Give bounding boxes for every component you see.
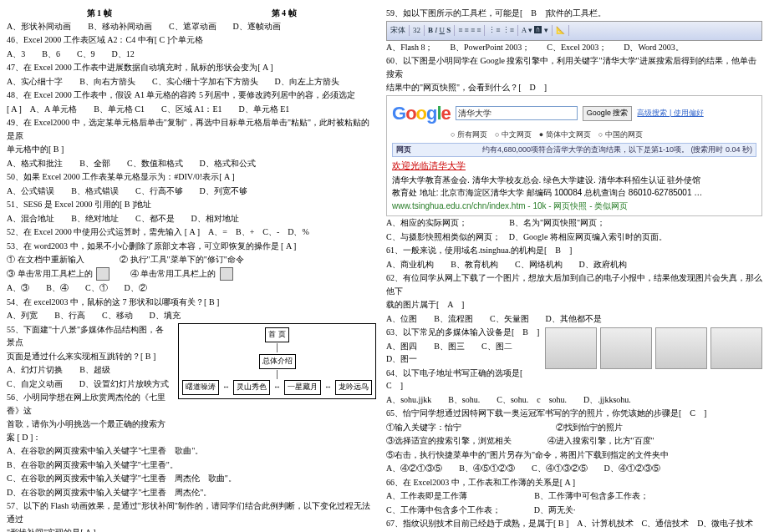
- q54-options: A、列宽 B、行高 C、移动 D、填充: [7, 309, 376, 322]
- q65-step4: ④进入搜索引擎，比方"百度": [547, 436, 654, 445]
- q60: 60、以下图是小明同学在 Google 搜索引擎中，利用关键字"清华大学"进展搜…: [386, 54, 762, 80]
- q59-options: A、Flash 8； B、PowerPoint 2003； C、Excel 20…: [386, 41, 762, 54]
- q53-options: A、③ B、④ C、① D、②: [7, 281, 376, 295]
- q56d: D、在谷歌的网页搜索中输入关键字"七里香 周杰伦"。: [7, 486, 376, 499]
- q53-step2: ② 执行"工具"菜单下的"修订"命令: [120, 255, 244, 264]
- q57: 57、以下的 Flash 动画效果，是通过"形状补间"制作的，请同学们结合此例判…: [7, 499, 376, 525]
- search-button[interactable]: Google 搜索: [583, 106, 633, 121]
- q56c: C、在谷歌的网页搜索中输入关键字"七里香 周杰伦 歌曲"。: [7, 472, 376, 485]
- result-desc1: 清华大学教育基金会. 清华大学校友总会. 绿色大学建设. 清华本科招生认证 驻外…: [392, 175, 700, 185]
- q55-line2: 页面是通过什么来实现相互跳转的？[ B ]: [7, 350, 171, 363]
- q50: 50、如果 Excel 2000 工作表某单元格显示为：#DIV/0!表示[ A…: [7, 170, 376, 184]
- q49-line2: 单元格中的[ B ]: [7, 143, 376, 156]
- advanced-link[interactable]: 高级搜索 | 使用偏好: [637, 108, 703, 119]
- q48: 48、在 Excel 2000 工作表中，假设 A1 单元格的容跨 5 列居中，…: [7, 89, 376, 102]
- q51: 51、SES6 是 Excel 2000 引用的[ B ]地址: [7, 198, 376, 211]
- results-tab: 网页: [396, 145, 411, 154]
- device-thumb-3: [655, 327, 707, 369]
- q60-line2: 结果中的"网页快照"，会看到什么？[ D ]: [386, 81, 762, 94]
- q59: 59、如以下图所示的工具栏，可能是[ B ]软件的工具栏。: [386, 7, 762, 20]
- structure-diagram: 首 页 │ 总体介绍 │ 曙道噪涛↔ 灵山秀色↔ 一星藏月↔ 龙吟远鸟: [178, 323, 376, 400]
- diagram-sub: 总体介绍: [259, 354, 296, 369]
- q62-line2: 载的图片属于[ A ]: [386, 298, 762, 312]
- q61: 61、一般来说，使用域名.tsinghua.的机构是[ B ]: [386, 244, 762, 257]
- q45-options: A、形状补间动画 B、移动补间动画 C、遮罩动画 D、逐帧动画: [7, 20, 376, 33]
- q53-step4: ④ 单击常用工具栏上的: [130, 269, 216, 278]
- q66: 66、在 Excel2003 中，工作表和工作薄的关系是[ A ]: [386, 476, 762, 489]
- frame-1-header: 第 1 帧: [87, 7, 112, 20]
- q65-step2: ②找到怡宁的照片: [556, 423, 623, 432]
- q46: 46、Excel 2000 工作表区域 A2：C4 中有[ C ]个单元格: [7, 33, 376, 47]
- diagram-node1: 曙道噪涛: [182, 380, 219, 395]
- q65-step3: ③选择适宜的搜索引擎，浏览相关: [386, 436, 512, 445]
- google-screenshot: Google 清华大学 Google 搜索 高级搜索 | 使用偏好 ○ 所有网页…: [386, 95, 762, 217]
- q52: 52、在 Excel 2000 中使用公式运算时，需先输入 [ A ] A、= …: [7, 225, 376, 239]
- q65-step5: ⑤右击，执行快捷菜单中的"图片另存为"命令，将图片下载到指定的文件夹中: [386, 448, 762, 462]
- q67: 67、指纹识别技术目前已经趋于成熟，是属于[ B ] A、计算机技术 C、通信技…: [386, 517, 762, 530]
- q65-options: A、④②①③⑤ B、④⑤①②③ C、④①③②⑤ D、④①②③⑤: [386, 462, 762, 475]
- diagram-node3: 一星藏月: [284, 380, 321, 395]
- q60b: C、与摄影快照相类似的网页； D、Google 将相应网页编入索引时的页面。: [386, 231, 762, 244]
- q49: 49、在 Excel2000 中，选定某单元格后单击"复制"，再选中目标单元格后…: [7, 116, 376, 142]
- diagram-root: 首 页: [265, 327, 288, 342]
- q66b: C、工作薄中包含多个工作表； D、两无关·: [386, 504, 762, 517]
- device-thumb-2: [600, 327, 652, 369]
- q65: 65、怡宁同学想通过因特网下载一奥运冠军书写的字的照片，你凭该她的步骤是[ C …: [386, 407, 762, 420]
- q56: 56、小明同学想在网上欣赏周杰伦的《七里香》这: [7, 391, 171, 417]
- q55: 55、下面建"十八景"多媒体作品结构图，各景点: [7, 323, 171, 349]
- q57-line2: "形状补间"实现的是[ A ]: [7, 526, 376, 532]
- q53: 53、在 word2003 中，如果不小心删除了原部文本容，可立即恢复的操作是 …: [7, 240, 376, 253]
- q55-options2: C、自定义动画 D、设置幻灯片放映方式: [7, 377, 171, 391]
- q60a: A、相应的实际网页； B、名为"网页快照"网页；: [386, 216, 762, 230]
- q53-step1: ① 在文档中重新输入: [7, 255, 84, 264]
- result-desc2: 教育处 地址: 北京市海淀区清华大学 邮编码 100084 总机查询台 8601…: [392, 188, 702, 197]
- q56a: A、在谷歌的网页搜索中输入关键字"七里香 歌曲"。: [7, 444, 376, 458]
- redo-icon: [220, 267, 233, 281]
- q50-options: A、公式错误 B、格式错误 C、行高不够 D、列宽不够: [7, 185, 376, 198]
- device-thumb-4: [710, 327, 762, 369]
- q51-options: A、混合地址 B、绝对地址 C、都不是 D、相对地址: [7, 212, 376, 225]
- q55-options: A、幻灯片切换 B、超级: [7, 363, 171, 377]
- q47: 47、在 Excel 2000 工作表中进展数据自动填充时，鼠标的形状会变为[ …: [7, 61, 376, 74]
- q56-line2: 首歌，请你为小明挑选一个最正确的搜索方案 [ D ]：: [7, 418, 171, 443]
- q63-options: A、图四 B、图三 C、图二 D、图一: [386, 340, 540, 366]
- google-logo: Google: [392, 99, 451, 128]
- toolbar-screenshot: 宋体32B I U S≡ ≡ ≡ ≡⋮≡ ⋮≡A ▾ 🅰 ▾📐: [386, 21, 762, 41]
- q64: 64、以下电子地址书写正确的选项是[ C ]: [386, 367, 540, 393]
- q46-options: A、3 B、6 C、9 D、12: [7, 48, 376, 61]
- q62: 62、有位同学从网上下载了一个图片，想放大后加到自己的电子小报中，结果他发现图片…: [386, 271, 762, 297]
- q61-options: A、商业机构 B、教育机构 C、网络机构 D、政府机构: [386, 258, 762, 271]
- q62-options: A、位图 B、流程图 C、矢量图 D、其他都不是: [386, 312, 762, 326]
- q66a: A、工作表即是工作薄 B、工作薄中可包含多工作表；: [386, 489, 762, 503]
- q54: 54、在 excel2003 中，鼠标的这 7 形状和以哪项有关？[ B ]: [7, 296, 376, 309]
- q63: 63、以下常见的多媒体输入设备是[ B ]: [386, 326, 540, 339]
- device-thumb-1: [545, 327, 597, 369]
- frame-4-header: 第 4 帧: [272, 7, 297, 20]
- search-input[interactable]: 清华大学: [456, 106, 578, 120]
- result-title[interactable]: 欢迎光临清华大学: [392, 160, 466, 170]
- result-url: www.tsinghua.edu.cn/chn/index.htm - 10k …: [392, 201, 628, 210]
- device-thumbnails: [545, 327, 762, 369]
- q64-options: A、sohu.jjkk B、sohu. C、sohu. c sohu. D、.j…: [386, 393, 762, 407]
- diagram-node2: 灵山秀色: [233, 380, 270, 395]
- q49-options: A、格式和批注 B、全部 C、数值和格式 D、格式和公式: [7, 157, 376, 170]
- q65-step1: ①输入关键字：怡宁: [386, 423, 461, 432]
- q56b: B、在谷歌的网页搜索中输入关键字"七里香"。: [7, 459, 376, 472]
- search-scope-radios[interactable]: ○ 所有网页 ○ 中文网页 ● 简体中文网页 ○ 中国的网页: [451, 129, 756, 141]
- results-stat: 约有4,680,000项符合清华大学的查询结果，以下是第1-10项。 (搜索用时…: [482, 144, 752, 156]
- undo-icon: [96, 267, 109, 281]
- q53-step3: ③ 单击常用工具栏上的: [7, 269, 93, 278]
- q47-options: A、实心细十字 B、向右方箭头 C、实心细十字加右下方箭头 D、向左上方箭头: [7, 75, 376, 89]
- q48-line2: [ A ] A、A 单元格 B、单元格 C1 C、区域 A1：E1 D、单元格 …: [7, 103, 376, 116]
- diagram-node4: 龙吟远鸟: [335, 380, 372, 395]
